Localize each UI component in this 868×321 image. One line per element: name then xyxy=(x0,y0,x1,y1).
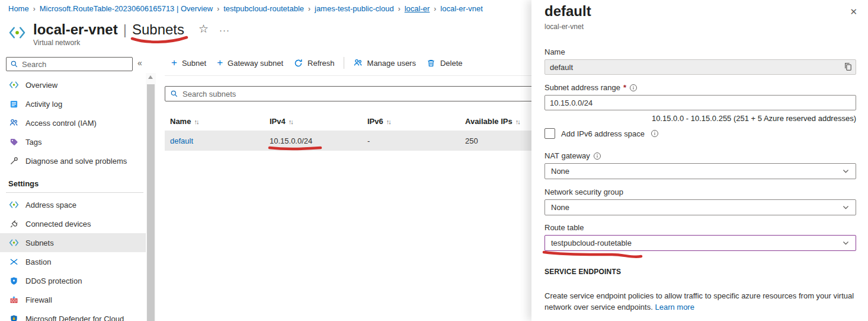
breadcrumb-james-test-public-cloud[interactable]: james-test-public-cloud xyxy=(315,4,394,13)
chevron-down-icon xyxy=(842,167,850,175)
address-range-field[interactable] xyxy=(544,95,856,110)
nsg-dropdown[interactable]: None xyxy=(544,199,856,215)
subnet-name-link[interactable]: default xyxy=(170,136,270,145)
sidebar-item-firewall[interactable]: Firewall xyxy=(0,290,146,309)
red-underline-annotation xyxy=(130,36,189,45)
info-icon[interactable] xyxy=(593,152,601,160)
sidebar-item-label: DDoS protection xyxy=(25,276,82,285)
sidebar-item-defender[interactable]: Microsoft Defender for Cloud xyxy=(0,309,146,321)
add-subnet-label: Subnet xyxy=(182,59,206,68)
breadcrumb-local-er-vnet[interactable]: local-er-vnet xyxy=(440,4,483,13)
sidebar-search-input[interactable] xyxy=(22,60,129,69)
subnet-details-panel: default ✕ local-er-vnet Name Subnet addr… xyxy=(531,0,868,321)
add-gateway-subnet-button[interactable]: + Gateway subnet xyxy=(212,56,289,71)
manage-users-button[interactable]: Manage users xyxy=(348,55,421,71)
sidebar-item-ddos-protection[interactable]: DDoS protection xyxy=(0,271,146,290)
sidebar: « Overview Activity log Access control (… xyxy=(0,53,156,321)
close-icon[interactable]: ✕ xyxy=(850,7,857,17)
column-header-ipv6[interactable]: IPv6↑↓ xyxy=(367,117,465,126)
breadcrumb-routetable-overview[interactable]: Microsoft.RouteTable-20230606165713 | Ov… xyxy=(40,4,213,13)
more-options-icon[interactable]: ··· xyxy=(219,25,230,35)
delete-button[interactable]: Delete xyxy=(421,56,468,71)
info-icon[interactable] xyxy=(629,84,638,92)
sidebar-item-tags[interactable]: Tags xyxy=(0,132,146,151)
route-table-value: testpubcloud-routetable xyxy=(551,239,632,247)
virtual-network-icon xyxy=(8,26,26,39)
column-header-available-ips[interactable]: Available IPs↑↓ xyxy=(465,117,538,126)
overview-icon xyxy=(8,81,19,88)
nat-gateway-label: NAT gateway xyxy=(544,151,590,160)
red-underline-annotation xyxy=(542,250,644,260)
page-header: local-er-vnet | Subnets ☆ ··· Virtual ne… xyxy=(8,21,230,47)
search-icon xyxy=(10,60,18,68)
sidebar-search[interactable] xyxy=(6,57,133,71)
sidebar-item-address-space[interactable]: Address space xyxy=(0,195,146,214)
sidebar-scrollbar[interactable] xyxy=(146,73,156,321)
breadcrumb-separator: › xyxy=(217,5,219,13)
favorite-star-icon[interactable]: ☆ xyxy=(198,22,209,36)
bastion-icon xyxy=(8,258,19,266)
name-field[interactable] xyxy=(544,59,856,75)
ipv6-checkbox[interactable] xyxy=(544,128,555,139)
breadcrumb-home[interactable]: Home xyxy=(8,4,29,13)
breadcrumb-testpubcloud-routetable[interactable]: testpubcloud-routetable xyxy=(223,4,304,13)
sidebar-item-diagnose[interactable]: Diagnose and solve problems xyxy=(0,151,146,170)
subnet-ipv4-cell: 10.15.0.0/24 xyxy=(270,136,367,145)
refresh-button[interactable]: Refresh xyxy=(289,56,340,71)
sidebar-item-label: Address space xyxy=(25,201,76,209)
people-icon xyxy=(353,58,363,68)
sort-icon: ↑↓ xyxy=(289,118,293,125)
search-icon xyxy=(170,90,178,98)
page-title: local-er-vnet xyxy=(33,21,118,38)
column-header-name[interactable]: Name↑↓ xyxy=(170,117,270,126)
sidebar-item-label: Activity log xyxy=(25,100,62,109)
red-underline-annotation xyxy=(268,145,322,151)
sidebar-item-access-control[interactable]: Access control (IAM) xyxy=(0,113,146,132)
scrollbar-up-arrow[interactable] xyxy=(148,75,153,79)
sidebar-item-label: Firewall xyxy=(25,295,52,304)
chevron-down-icon xyxy=(842,239,850,247)
wrench-icon xyxy=(8,157,19,166)
address-range-label: Subnet address range xyxy=(544,83,620,92)
nsg-value: None xyxy=(551,203,569,212)
sidebar-item-overview[interactable]: Overview xyxy=(0,75,146,94)
route-table-dropdown[interactable]: testpubcloud-routetable xyxy=(544,235,856,251)
sidebar-item-label: Diagnose and solve problems xyxy=(25,157,127,166)
toolbar-separator xyxy=(344,57,344,69)
scrollbar-thumb[interactable] xyxy=(147,84,155,321)
sidebar-item-connected-devices[interactable]: Connected devices xyxy=(0,214,146,233)
subnet-search[interactable] xyxy=(165,86,537,101)
sidebar-item-bastion[interactable]: Bastion xyxy=(0,252,146,271)
activity-log-icon xyxy=(8,100,19,109)
subnet-search-input[interactable] xyxy=(182,90,531,98)
sidebar-collapse-button[interactable]: « xyxy=(137,58,142,68)
nsg-label: Network security group xyxy=(544,187,623,196)
breadcrumb-separator: › xyxy=(434,5,436,13)
table-row[interactable]: default 10.15.0.0/24 - 250 xyxy=(165,131,538,151)
ddos-shield-icon xyxy=(8,276,19,285)
add-subnet-button[interactable]: + Subnet xyxy=(166,56,212,71)
sort-icon: ↑↓ xyxy=(386,118,390,125)
required-asterisk: * xyxy=(623,83,626,92)
sort-icon: ↑↓ xyxy=(194,118,198,125)
name-label: Name xyxy=(544,47,565,56)
plus-icon: + xyxy=(171,59,177,67)
breadcrumb-local-er[interactable]: local-er xyxy=(405,4,430,13)
sidebar-item-label: Bastion xyxy=(25,258,51,266)
sidebar-item-subnets[interactable]: Subnets xyxy=(0,233,146,252)
firewall-icon xyxy=(8,295,19,304)
column-header-ipv4[interactable]: IPv4↑↓ xyxy=(270,117,367,126)
learn-more-link[interactable]: Learn more xyxy=(655,303,694,312)
nat-gateway-dropdown[interactable]: None xyxy=(544,163,856,179)
defender-shield-icon xyxy=(8,314,19,321)
sidebar-item-activity-log[interactable]: Activity log xyxy=(0,94,146,113)
service-endpoints-description: Create service endpoint policies to allo… xyxy=(544,290,856,313)
table-header: Name↑↓ IPv4↑↓ IPv6↑↓ Available IPs↑↓ xyxy=(165,112,538,131)
sort-icon: ↑↓ xyxy=(515,118,520,125)
sidebar-item-label: Subnets xyxy=(25,239,54,247)
title-divider: | xyxy=(123,21,127,38)
ipv6-checkbox-label: Add IPv6 address space xyxy=(561,129,645,138)
copy-icon[interactable] xyxy=(843,62,853,72)
info-icon[interactable] xyxy=(651,129,659,138)
plus-icon: + xyxy=(217,59,223,67)
